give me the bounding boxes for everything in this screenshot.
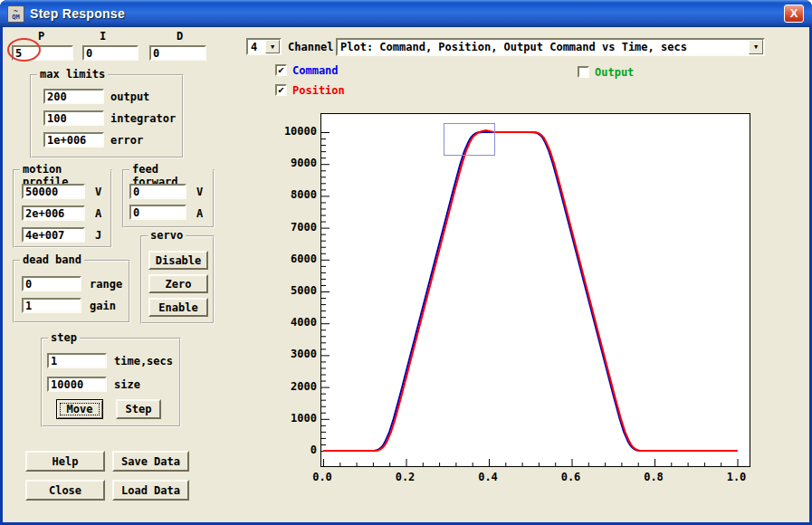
ff-accel-input[interactable] (129, 205, 186, 220)
i-label: I (100, 30, 106, 43)
y-tick-label: 8000 (291, 188, 317, 201)
ff-velocity-input[interactable] (129, 184, 186, 199)
gain-input[interactable] (22, 298, 81, 313)
y-tick-label: 6000 (291, 253, 317, 265)
range-input[interactable] (22, 276, 81, 291)
i-input[interactable] (82, 45, 139, 61)
y-tick-label: 10000 (284, 125, 317, 138)
y-tick-label: 1000 (291, 412, 317, 425)
title-bar[interactable]: ~ QM Step Response X (0, 0, 812, 27)
plot-canvas (321, 114, 751, 468)
zero-button[interactable]: Zero (148, 274, 208, 293)
x-tick-label: 0.0 (312, 471, 332, 483)
zoom-selection-box[interactable] (444, 123, 495, 156)
position-checkbox-label: Position (292, 84, 345, 97)
p-label: P (38, 30, 44, 43)
step-size-label: size (114, 378, 140, 391)
velocity-label: V (95, 186, 101, 198)
servo-title: servo (148, 229, 186, 242)
y-tick-label: 9000 (291, 157, 317, 169)
dead-band-title: dead band (20, 253, 84, 266)
disable-button[interactable]: Disable (148, 251, 208, 270)
max-limits-title: max limits (37, 68, 108, 81)
accel-label: A (95, 207, 101, 220)
integrator-limit-input[interactable] (43, 110, 104, 126)
step-button[interactable]: Step (116, 399, 161, 419)
command-checkbox-label: Command (292, 64, 339, 77)
app-window: ~ QM Step Response X P I D 4 ▼ Channel P… (0, 0, 812, 525)
series-position (323, 130, 738, 451)
step-title: step (48, 331, 80, 344)
d-label: D (177, 30, 183, 43)
step-size-input[interactable] (47, 377, 107, 392)
position-checkbox[interactable]: ✔ (275, 84, 287, 96)
help-button[interactable]: Help (25, 451, 105, 472)
error-limit-input[interactable] (43, 132, 104, 148)
gain-label: gain (90, 300, 116, 312)
y-tick-label: 3000 (291, 348, 317, 360)
jerk-input[interactable] (22, 227, 85, 243)
y-tick-label: 4000 (291, 316, 317, 329)
ff-accel-label: A (196, 207, 203, 220)
y-tick-label: 7000 (291, 221, 317, 234)
step-time-label: time,secs (114, 355, 173, 368)
chevron-down-icon[interactable]: ▼ (749, 40, 763, 54)
close-button[interactable]: Close (25, 480, 105, 501)
load-data-button[interactable]: Load Data (112, 480, 189, 501)
ff-velocity-label: V (196, 186, 203, 198)
x-tick-label: 0.8 (644, 471, 664, 483)
command-checkbox[interactable]: ✔ (275, 64, 287, 76)
app-icon: ~ QM (7, 5, 24, 23)
velocity-input[interactable] (22, 184, 85, 199)
range-label: range (90, 278, 122, 291)
jerk-label: J (95, 229, 101, 242)
y-tick-label: 0 (310, 444, 317, 456)
error-limit-label: error (110, 134, 143, 147)
close-icon[interactable]: X (784, 5, 804, 23)
series-command (323, 132, 738, 451)
x-tick-label: 0.4 (478, 471, 498, 483)
output-checkbox[interactable] (578, 66, 589, 78)
x-tick-label: 1.0 (727, 471, 747, 483)
d-input[interactable] (149, 45, 206, 61)
channel-select[interactable]: 4 ▼ (246, 38, 282, 55)
x-axis-labels: 0.00.20.40.60.81.0 (320, 469, 750, 487)
chevron-down-icon[interactable]: ▼ (265, 40, 280, 53)
channel-label: Channel (288, 41, 334, 53)
x-tick-label: 0.6 (561, 471, 581, 483)
dialog-body: P I D 4 ▼ Channel Plot: Command, Positio… (3, 27, 809, 522)
y-axis-labels: 0100020003000400050006000700080009000100… (270, 113, 320, 467)
enable-button[interactable]: Enable (148, 298, 208, 317)
integrator-limit-label: integrator (110, 112, 176, 125)
save-data-button[interactable]: Save Data (112, 451, 189, 472)
window-title: Step Response (30, 6, 125, 21)
output-limit-input[interactable] (43, 89, 104, 104)
step-time-input[interactable] (47, 353, 107, 368)
accel-input[interactable] (22, 205, 85, 221)
y-tick-label: 5000 (291, 284, 317, 297)
dead-band-group: dead band (13, 260, 130, 323)
plot-select[interactable]: Plot: Command, Position, Output Command … (336, 38, 765, 56)
move-button[interactable]: Move (56, 399, 103, 419)
y-tick-label: 2000 (291, 380, 317, 393)
output-limit-label: output (110, 91, 149, 103)
p-value-highlight-circle (7, 38, 41, 62)
x-tick-label: 0.2 (396, 471, 416, 483)
output-checkbox-label: Output (595, 66, 634, 79)
step-response-plot[interactable] (320, 113, 750, 467)
